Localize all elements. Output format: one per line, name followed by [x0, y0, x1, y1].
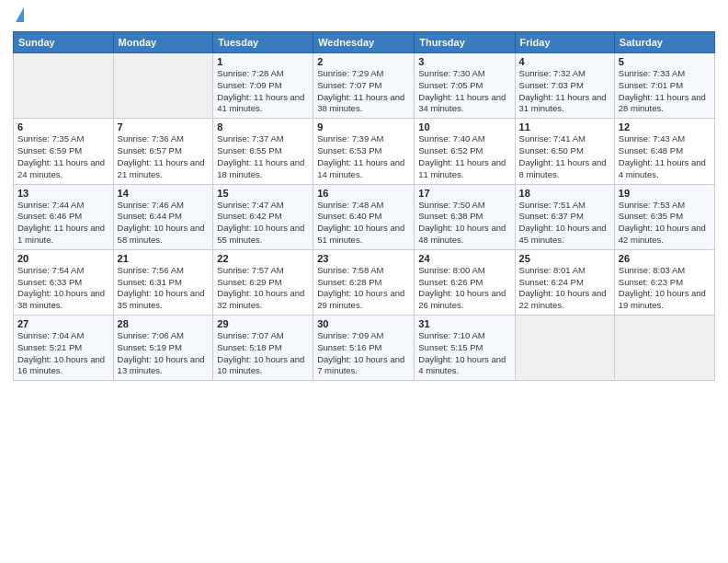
table-row: 4Sunrise: 7:32 AM Sunset: 7:03 PM Daylig… — [515, 53, 614, 119]
day-number: 14 — [118, 188, 210, 199]
day-info: Sunrise: 7:48 AM Sunset: 6:40 PM Dayligh… — [317, 200, 410, 247]
main-container: Sunday Monday Tuesday Wednesday Thursday… — [0, 0, 728, 390]
day-info: Sunrise: 7:56 AM Sunset: 6:31 PM Dayligh… — [118, 265, 210, 312]
calendar-week-row: 20Sunrise: 7:54 AM Sunset: 6:33 PM Dayli… — [14, 249, 715, 315]
col-monday: Monday — [113, 32, 213, 53]
day-number: 26 — [619, 253, 711, 264]
day-number: 13 — [17, 188, 109, 199]
day-info: Sunrise: 7:10 AM Sunset: 5:15 PM Dayligh… — [418, 330, 510, 377]
table-row: 12Sunrise: 7:43 AM Sunset: 6:48 PM Dayli… — [614, 119, 714, 184]
day-info: Sunrise: 7:44 AM Sunset: 6:46 PM Dayligh… — [17, 200, 109, 247]
day-info: Sunrise: 7:40 AM Sunset: 6:52 PM Dayligh… — [418, 133, 510, 180]
day-info: Sunrise: 7:53 AM Sunset: 6:35 PM Dayligh… — [619, 200, 711, 247]
day-number: 23 — [317, 253, 410, 264]
day-info: Sunrise: 7:46 AM Sunset: 6:44 PM Dayligh… — [118, 200, 210, 247]
day-info: Sunrise: 7:37 AM Sunset: 6:55 PM Dayligh… — [217, 133, 309, 180]
day-number: 7 — [118, 121, 210, 132]
table-row: 26Sunrise: 8:03 AM Sunset: 6:23 PM Dayli… — [614, 249, 714, 315]
calendar-week-row: 6Sunrise: 7:35 AM Sunset: 6:59 PM Daylig… — [14, 119, 715, 184]
calendar-header-row: Sunday Monday Tuesday Wednesday Thursday… — [14, 32, 715, 53]
table-row: 3Sunrise: 7:30 AM Sunset: 7:05 PM Daylig… — [415, 53, 515, 119]
table-row — [113, 53, 213, 119]
calendar-week-row: 13Sunrise: 7:44 AM Sunset: 6:46 PM Dayli… — [14, 184, 715, 249]
day-info: Sunrise: 7:57 AM Sunset: 6:29 PM Dayligh… — [217, 265, 309, 312]
day-number: 10 — [418, 121, 510, 132]
table-row: 23Sunrise: 7:58 AM Sunset: 6:28 PM Dayli… — [313, 249, 415, 315]
table-row: 10Sunrise: 7:40 AM Sunset: 6:52 PM Dayli… — [415, 119, 515, 184]
day-number: 27 — [17, 318, 109, 329]
table-row: 15Sunrise: 7:47 AM Sunset: 6:42 PM Dayli… — [213, 184, 313, 249]
col-friday: Friday — [515, 32, 614, 53]
day-info: Sunrise: 7:43 AM Sunset: 6:48 PM Dayligh… — [619, 133, 711, 180]
table-row: 22Sunrise: 7:57 AM Sunset: 6:29 PM Dayli… — [213, 249, 313, 315]
table-row: 31Sunrise: 7:10 AM Sunset: 5:15 PM Dayli… — [415, 316, 515, 381]
table-row: 9Sunrise: 7:39 AM Sunset: 6:53 PM Daylig… — [313, 119, 415, 184]
day-number: 21 — [118, 253, 210, 264]
logo-triangle-icon — [16, 7, 24, 22]
calendar-week-row: 27Sunrise: 7:04 AM Sunset: 5:21 PM Dayli… — [14, 316, 715, 381]
day-number: 1 — [217, 56, 309, 67]
day-info: Sunrise: 7:47 AM Sunset: 6:42 PM Dayligh… — [217, 200, 309, 247]
table-row: 30Sunrise: 7:09 AM Sunset: 5:16 PM Dayli… — [313, 316, 415, 381]
day-info: Sunrise: 7:30 AM Sunset: 7:05 PM Dayligh… — [418, 68, 510, 115]
day-number: 11 — [519, 121, 610, 132]
day-number: 5 — [619, 56, 711, 67]
day-number: 12 — [619, 121, 711, 132]
day-info: Sunrise: 7:28 AM Sunset: 7:09 PM Dayligh… — [217, 68, 309, 115]
day-info: Sunrise: 7:04 AM Sunset: 5:21 PM Dayligh… — [17, 330, 109, 377]
table-row: 25Sunrise: 8:01 AM Sunset: 6:24 PM Dayli… — [515, 249, 614, 315]
day-number: 8 — [217, 121, 309, 132]
table-row: 20Sunrise: 7:54 AM Sunset: 6:33 PM Dayli… — [14, 249, 114, 315]
table-row — [14, 53, 114, 119]
day-number: 18 — [519, 188, 610, 199]
day-number: 9 — [317, 121, 410, 132]
day-info: Sunrise: 7:07 AM Sunset: 5:18 PM Dayligh… — [217, 330, 309, 377]
table-row: 6Sunrise: 7:35 AM Sunset: 6:59 PM Daylig… — [14, 119, 114, 184]
day-number: 2 — [317, 56, 410, 67]
table-row: 29Sunrise: 7:07 AM Sunset: 5:18 PM Dayli… — [213, 316, 313, 381]
day-info: Sunrise: 7:36 AM Sunset: 6:57 PM Dayligh… — [118, 133, 210, 180]
day-number: 15 — [217, 188, 309, 199]
day-number: 16 — [317, 188, 410, 199]
logo — [13, 9, 24, 24]
day-info: Sunrise: 7:54 AM Sunset: 6:33 PM Dayligh… — [17, 265, 109, 312]
table-row: 2Sunrise: 7:29 AM Sunset: 7:07 PM Daylig… — [313, 53, 415, 119]
table-row: 27Sunrise: 7:04 AM Sunset: 5:21 PM Dayli… — [14, 316, 114, 381]
header — [13, 9, 715, 24]
table-row: 1Sunrise: 7:28 AM Sunset: 7:09 PM Daylig… — [213, 53, 313, 119]
table-row: 16Sunrise: 7:48 AM Sunset: 6:40 PM Dayli… — [313, 184, 415, 249]
day-number: 30 — [317, 318, 410, 329]
table-row: 14Sunrise: 7:46 AM Sunset: 6:44 PM Dayli… — [113, 184, 213, 249]
day-info: Sunrise: 7:06 AM Sunset: 5:19 PM Dayligh… — [118, 330, 210, 377]
col-wednesday: Wednesday — [313, 32, 415, 53]
day-number: 19 — [619, 188, 711, 199]
table-row — [515, 316, 614, 381]
day-number: 25 — [519, 253, 610, 264]
day-number: 17 — [418, 188, 510, 199]
calendar-table: Sunday Monday Tuesday Wednesday Thursday… — [13, 31, 715, 381]
table-row: 17Sunrise: 7:50 AM Sunset: 6:38 PM Dayli… — [415, 184, 515, 249]
day-number: 24 — [418, 253, 510, 264]
day-info: Sunrise: 7:51 AM Sunset: 6:37 PM Dayligh… — [519, 200, 610, 247]
day-info: Sunrise: 8:00 AM Sunset: 6:26 PM Dayligh… — [418, 265, 510, 312]
table-row: 7Sunrise: 7:36 AM Sunset: 6:57 PM Daylig… — [113, 119, 213, 184]
col-thursday: Thursday — [415, 32, 515, 53]
table-row: 28Sunrise: 7:06 AM Sunset: 5:19 PM Dayli… — [113, 316, 213, 381]
table-row: 19Sunrise: 7:53 AM Sunset: 6:35 PM Dayli… — [614, 184, 714, 249]
col-tuesday: Tuesday — [213, 32, 313, 53]
table-row: 24Sunrise: 8:00 AM Sunset: 6:26 PM Dayli… — [415, 249, 515, 315]
day-info: Sunrise: 8:01 AM Sunset: 6:24 PM Dayligh… — [519, 265, 610, 312]
day-info: Sunrise: 7:09 AM Sunset: 5:16 PM Dayligh… — [317, 330, 410, 377]
day-info: Sunrise: 7:35 AM Sunset: 6:59 PM Dayligh… — [17, 133, 109, 180]
table-row: 11Sunrise: 7:41 AM Sunset: 6:50 PM Dayli… — [515, 119, 614, 184]
day-info: Sunrise: 7:58 AM Sunset: 6:28 PM Dayligh… — [317, 265, 410, 312]
day-info: Sunrise: 7:32 AM Sunset: 7:03 PM Dayligh… — [519, 68, 610, 115]
day-number: 29 — [217, 318, 309, 329]
day-number: 20 — [17, 253, 109, 264]
table-row: 21Sunrise: 7:56 AM Sunset: 6:31 PM Dayli… — [113, 249, 213, 315]
day-number: 31 — [418, 318, 510, 329]
day-number: 3 — [418, 56, 510, 67]
col-sunday: Sunday — [14, 32, 114, 53]
table-row: 5Sunrise: 7:33 AM Sunset: 7:01 PM Daylig… — [614, 53, 714, 119]
col-saturday: Saturday — [614, 32, 714, 53]
